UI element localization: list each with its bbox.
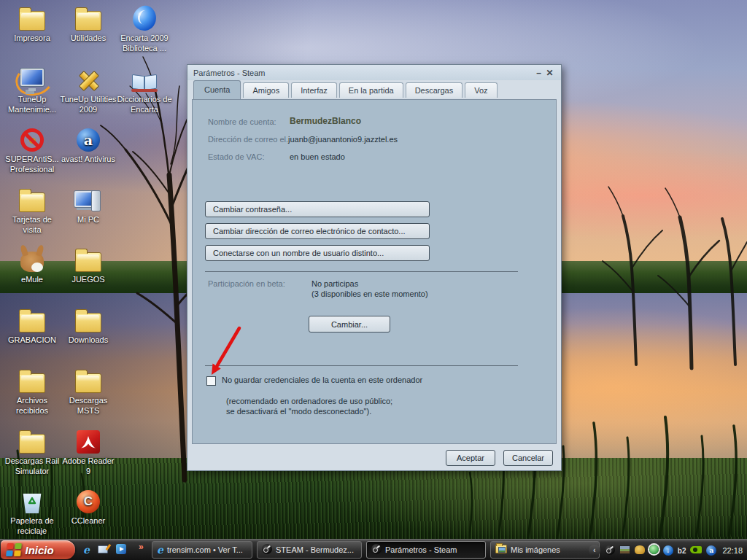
tab-voz[interactable]: Voz — [465, 82, 497, 98]
avast-tray-icon[interactable]: a — [706, 545, 716, 556]
folder-icon — [19, 11, 45, 31]
task-button-par-metros-steam[interactable]: Parámetros - Steam — [366, 541, 486, 559]
credentials-note-line1: (recomendado en ordenadores de uso públi… — [226, 397, 392, 405]
tab-cuenta[interactable]: Cuenta — [193, 80, 241, 99]
desktop-icon-label: CCleaner — [59, 516, 117, 526]
steam-tray-icon[interactable] — [605, 545, 615, 556]
desktop-icon-papelera-de-reciclaje[interactable]: Papelera de reciclaje — [3, 486, 61, 537]
desktop-icon-archivos-recibidos[interactable]: Archivos recibidos — [3, 365, 61, 416]
beta-change-button[interactable]: Cambiar... — [309, 316, 390, 332]
encarta-icon — [131, 4, 158, 32]
show-desktop-icon[interactable] — [98, 545, 108, 555]
overflow-chevron-icon[interactable]: » — [139, 542, 144, 552]
steam-icon — [371, 544, 382, 556]
desktop-icon-label: GRABACION — [3, 335, 61, 345]
award-tray-icon[interactable] — [649, 545, 659, 556]
dialog-tabstrip: CuentaAmigosInterfazEn la partidaDescarg… — [193, 80, 500, 98]
checkbox-label[interactable]: No guardar credenciales de la cuenta en … — [222, 376, 422, 384]
tray-collapse-icon[interactable]: ‹ — [589, 545, 600, 556]
beta-availability: (3 disponibles en este momento) — [311, 289, 428, 298]
desktop-icon-descargas-rail-simulator[interactable]: Descargas Rail Simulator — [3, 426, 61, 477]
folder-icon — [19, 192, 45, 212]
photo-tray-icon[interactable] — [619, 545, 630, 556]
folder-images-icon — [495, 545, 507, 555]
desktop-icon-adobe-reader-9[interactable]: Adobe Reader 9 — [59, 426, 117, 477]
task-button-steam-bermudez[interactable]: STEAM - Bermudez... — [257, 541, 362, 559]
emule-icon — [20, 252, 44, 272]
noentry-icon — [20, 128, 44, 152]
steam-settings-dialog: Parámetros - Steam – ✕ CuentaAmigosInter… — [187, 64, 562, 471]
desktop-icon-label: Descargas MSTS — [59, 395, 117, 416]
desktop-icon-label: avast! Antivirus — [59, 154, 117, 164]
credentials-note-line2: se desactivará el "modo desconectado"). — [226, 407, 371, 416]
start-button[interactable]: Inicio — [1, 540, 75, 559]
desktop-icon-label: Tarjetas de visita — [3, 214, 61, 236]
close-button[interactable]: ✕ — [544, 68, 555, 78]
taskbar-clock: 22:18 — [722, 546, 743, 555]
cancel-button[interactable]: Cancelar — [503, 450, 553, 466]
task-button-trensim-com-ver-t[interactable]: etrensim.com • Ver T... — [152, 541, 252, 559]
beta-label: Participación en beta: — [208, 279, 285, 288]
task-buttons: etrensim.com • Ver T...STEAM - Bermudez.… — [152, 541, 600, 559]
quick-launch-bar: e — [83, 542, 126, 557]
desktop-icon-label: Impresora — [3, 33, 61, 43]
desktop-icon-label: Diccionarios de Encarta — [115, 94, 174, 115]
b2-tray-icon[interactable]: b2 — [678, 546, 686, 555]
tab-descargas[interactable]: Descargas — [406, 82, 463, 98]
desktop-icon-tuneup-utilities-2009[interactable]: TuneUp Utilities 2009 — [59, 64, 117, 115]
nvidia-tray-icon[interactable] — [690, 546, 702, 555]
desktop-icon-diccionarios-de-encarta[interactable]: Diccionarios de Encarta — [115, 64, 174, 115]
desktop-icon-tarjetas-de-visita[interactable]: Tarjetas de visita — [3, 184, 61, 236]
taskbar: Inicio e » etrensim.com • Ver T...STEAM … — [0, 539, 747, 560]
cambiar-contrase-a-button[interactable]: Cambiar contraseña... — [205, 201, 430, 217]
desktop-icon-utilidades[interactable]: Utilidades — [59, 3, 117, 43]
tab-amigos[interactable]: Amigos — [243, 82, 289, 98]
desktop-icon-label: TuneUp Mantenimie... — [3, 94, 61, 115]
desktop-icon-superantis-professional[interactable]: SUPERAntiS... Professional — [3, 124, 61, 175]
adobe-icon — [77, 430, 100, 454]
emule-tray-icon[interactable] — [635, 545, 645, 556]
desktop-icon-label: SUPERAntiS... Professional — [3, 154, 61, 175]
folder-icon — [19, 313, 45, 332]
desktop-icon-avast-antivirus[interactable]: aavast! Antivirus — [59, 124, 117, 164]
folder-icon — [75, 11, 101, 31]
desktop-icon-tuneup-mantenimie[interactable]: TuneUp Mantenimie... — [3, 64, 61, 115]
task-button-label: STEAM - Bermudez... — [276, 545, 354, 554]
media-player-icon[interactable] — [116, 544, 126, 556]
tab-interfaz[interactable]: Interfaz — [291, 82, 337, 98]
tunemon-icon — [20, 69, 44, 86]
task-button-mis-im-genes[interactable]: Mis imágenes — [490, 541, 600, 559]
desktop-icon-impresora[interactable]: Impresora — [3, 3, 61, 43]
desktop-icon-downloads[interactable]: Downloads — [59, 305, 117, 345]
folder-icon — [75, 373, 101, 393]
task-button-label: trensim.com • Ver T... — [167, 545, 243, 554]
desktop-icon-juegos[interactable]: JUEGOS — [59, 244, 117, 284]
dialog-titlebar[interactable]: Parámetros - Steam – ✕ — [187, 65, 561, 80]
ie-icon[interactable]: e — [83, 544, 90, 556]
desktop-icon-label: Encarta 2009 Biblioteca ... — [115, 33, 174, 54]
desktop-icon-label: JUEGOS — [59, 274, 117, 284]
minimize-button[interactable]: – — [533, 68, 544, 78]
desktop-icon-mi-pc[interactable]: Mi PC — [59, 184, 117, 225]
vac-status-label: Estado de VAC: — [208, 152, 264, 161]
beta-status: No participas — [311, 279, 358, 288]
desktop-icon-emule[interactable]: eMule — [3, 244, 61, 284]
tab-en-la-partida[interactable]: En la partida — [339, 82, 403, 98]
folder-icon — [19, 434, 45, 454]
desktop-icon-grabacion[interactable]: GRABACION — [3, 305, 61, 345]
windows-flag-icon — [6, 543, 21, 556]
download-tray-icon[interactable]: ↓ — [663, 545, 673, 556]
book-icon — [131, 73, 158, 92]
no-save-credentials-checkbox[interactable] — [206, 376, 216, 386]
desktop-icon-descargas-msts[interactable]: Descargas MSTS — [59, 365, 117, 416]
account-email-value: juanb@juanantonio9.jazztel.es — [288, 135, 398, 144]
start-button-label: Inicio — [26, 544, 54, 556]
desktop-icon-ccleaner[interactable]: CCCleaner — [59, 486, 117, 526]
cambiar-direcci-n-de-correo-electr-nico-de-contacto-button[interactable]: Cambiar dirección de correo electrónico … — [205, 223, 430, 239]
divider — [205, 365, 518, 366]
conectarse-con-un-nombre-de-usuario-distinto-button[interactable]: Conectarse con un nombre de usuario dist… — [205, 245, 430, 261]
account-name-label: Nombre de cuenta: — [208, 117, 276, 126]
accept-button[interactable]: Aceptar — [446, 450, 495, 466]
desktop-icon-encarta-2009-biblioteca[interactable]: Encarta 2009 Biblioteca ... — [115, 3, 174, 54]
desktop-icon-label: TuneUp Utilities 2009 — [59, 94, 117, 115]
